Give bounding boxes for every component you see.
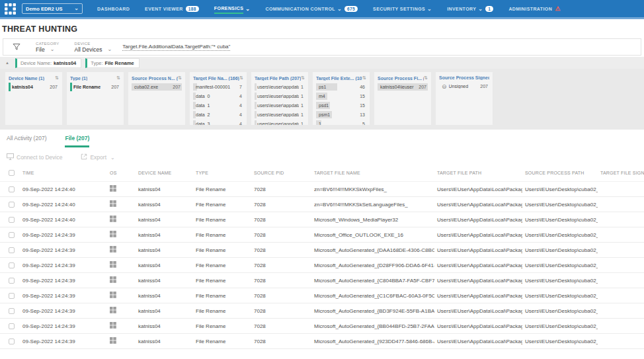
facet-value[interactable]: data_14 xyxy=(193,101,243,110)
monitor-icon xyxy=(7,153,14,161)
column-header-target-file-name[interactable]: TARGET FILE NAME xyxy=(311,168,434,182)
facet-value[interactable]: cuba02.exe207 xyxy=(132,83,182,91)
row-checkbox[interactable] xyxy=(9,217,15,223)
app-logo-icon[interactable] xyxy=(5,3,16,15)
column-header-type[interactable]: TYPE xyxy=(193,168,251,182)
facet-value[interactable]: katniss04207 xyxy=(9,83,59,91)
table-row[interactable]: 09-Sep-2022 14:24:40katniss04File Rename… xyxy=(0,197,644,212)
category-dropdown[interactable]: CATEGORY File ⌄ xyxy=(36,42,60,53)
column-header-target-file-signed[interactable]: TARGET FILE SIGNED xyxy=(598,168,644,182)
search-query[interactable]: Target.File.AdditionalData.TargetPath:"*… xyxy=(122,44,230,51)
sort-icon[interactable]: ⇅ xyxy=(55,75,59,81)
table-row[interactable]: 09-Sep-2022 14:24:39katniss04File Rename… xyxy=(0,288,644,303)
device-dropdown[interactable]: DEVICE All Devices ⌄ xyxy=(75,42,112,53)
alert-icon: ⚠ xyxy=(555,5,560,12)
row-checkbox[interactable] xyxy=(9,293,15,299)
facet-value-name: users\ieuser\appdata\... xyxy=(257,94,299,99)
facet-header: Source Process Fi... (1)⇅ xyxy=(378,75,428,81)
facet-value[interactable]: File Rename207 xyxy=(70,83,120,91)
sort-icon[interactable]: ⇅ xyxy=(116,75,120,81)
facet-value[interactable]: users\ieuser\appdata\...1 xyxy=(255,83,305,91)
facet-value[interactable]: data_34 xyxy=(193,120,243,125)
cell-target-file-name: Microsoft_AutoGenerated_{C804BBA7-FA5F-C… xyxy=(311,273,434,288)
row-checkbox[interactable] xyxy=(9,247,15,253)
facet-value[interactable]: data_04 xyxy=(193,92,243,100)
nav-item-inventory[interactable]: INVENTORY⌄1 xyxy=(447,0,493,17)
facet-value-count: 1 xyxy=(301,94,303,99)
nav-item-administration[interactable]: ADMINISTRATION⚠ xyxy=(508,0,560,17)
row-checkbox[interactable] xyxy=(9,186,15,192)
sort-icon[interactable]: ⇅ xyxy=(301,75,305,81)
table-row[interactable]: 09-Sep-2022 14:24:39katniss04File Rename… xyxy=(0,303,644,319)
table-row[interactable]: 09-Sep-2022 14:24:39katniss04File Rename… xyxy=(0,243,644,258)
table-row[interactable]: 09-Sep-2022 14:24:39katniss04File Rename… xyxy=(0,319,644,334)
cell-target-file-signed xyxy=(598,182,644,197)
table-row[interactable]: 09-Sep-2022 14:24:40katniss04File Rename… xyxy=(0,182,644,197)
row-checkbox[interactable] xyxy=(9,278,15,284)
nav-item-event-viewer[interactable]: EVENT VIEWER188 xyxy=(145,0,199,17)
facet-value[interactable]: data_24 xyxy=(193,110,243,119)
cell-time: 09-Sep-2022 14:24:39 xyxy=(20,258,107,273)
facet-value[interactable]: users\ieuser\appdata\...1 xyxy=(255,120,305,125)
facet-value[interactable]: users\ieuser\appdata\...1 xyxy=(255,101,305,110)
column-header-source-pid[interactable]: SOURCE PID xyxy=(251,168,311,182)
nav-item-security-settings[interactable]: SECURITY SETTINGS⌄ xyxy=(373,0,432,17)
facet-value-count: 207 xyxy=(419,85,426,89)
select-all-checkbox[interactable] xyxy=(9,170,15,176)
table-row[interactable]: 09-Sep-2022 14:24:40katniss04File Rename… xyxy=(0,212,644,227)
filter-chip-value: File Rename xyxy=(105,60,134,66)
facet-value[interactable]: ps146 xyxy=(316,83,366,91)
nav-item-forensics[interactable]: FORENSICS⌄ xyxy=(214,0,251,17)
connect-to-device-button[interactable]: Connect to Device xyxy=(7,153,62,161)
facet-value[interactable]: psd115 xyxy=(316,101,366,110)
windows-os-icon xyxy=(110,231,116,237)
filter-chip-device-name[interactable]: Device Name:katniss04 xyxy=(15,58,81,68)
nav-item-communication-control[interactable]: COMMUNICATION CONTROL⌄675 xyxy=(265,0,358,17)
chevron-down-icon: ⌄ xyxy=(337,7,342,11)
facet-value[interactable]: manifest-0000017 xyxy=(193,83,243,91)
windows-os-icon xyxy=(110,322,116,329)
facet-value[interactable]: users\ieuser\appdata\...1 xyxy=(255,92,305,100)
column-header-target-file-path[interactable]: TARGET FILE PATH xyxy=(434,168,522,182)
table-row[interactable]: 09-Sep-2022 14:24:39katniss04File Rename… xyxy=(0,334,644,349)
column-header-source-process-path[interactable]: SOURCE PROCESS PATH xyxy=(522,168,598,182)
row-checkbox[interactable] xyxy=(9,202,15,208)
facet-value[interactable]: ⊖Unsigned207 xyxy=(439,82,489,91)
collapse-facets-icon[interactable]: ▲ xyxy=(5,61,9,65)
row-checkbox[interactable] xyxy=(9,262,15,268)
facet-value[interactable]: 15 xyxy=(316,120,366,125)
sort-icon[interactable]: ⇅ xyxy=(424,75,428,81)
facet-panel-target-file-na-166: Target File Na... (166)⇅manifest-0000017… xyxy=(190,72,247,125)
cell-target-file-signed xyxy=(598,273,644,288)
cell-os xyxy=(107,243,136,258)
table-row[interactable]: 09-Sep-2022 14:24:39katniss04File Rename… xyxy=(0,273,644,288)
facet-value-count: 4 xyxy=(239,122,242,125)
facet-value[interactable]: psm113 xyxy=(316,110,366,119)
facet-value[interactable]: users\ieuser\appdata\...1 xyxy=(255,110,305,119)
cell-select xyxy=(0,319,20,334)
facet-value[interactable]: katniss04\ieuser207 xyxy=(378,83,428,91)
row-checkbox[interactable] xyxy=(9,339,15,344)
sort-icon[interactable]: ⇅ xyxy=(362,75,366,81)
facet-value[interactable]: m415 xyxy=(316,92,366,100)
nav-item-dashboard[interactable]: DASHBOARD xyxy=(97,0,130,17)
cell-source-pid: 7028 xyxy=(251,258,311,273)
column-header-device-name[interactable]: DEVICE NAME xyxy=(136,168,193,182)
cell-os xyxy=(107,212,136,227)
tenant-select[interactable]: Demo EDR2 US ⌄ xyxy=(22,3,83,14)
column-header-time[interactable]: TIME xyxy=(20,168,107,182)
row-checkbox[interactable] xyxy=(9,323,15,329)
export-button[interactable]: Export ⌄ xyxy=(81,153,114,161)
filter-chip-type[interactable]: Type:File Rename xyxy=(85,58,140,68)
tab-file[interactable]: File (207) xyxy=(65,135,89,147)
sort-icon[interactable]: ⇅ xyxy=(178,75,182,81)
filter-funnel-icon[interactable] xyxy=(13,43,20,51)
table-row[interactable]: 09-Sep-2022 14:24:39katniss04File Rename… xyxy=(0,227,644,243)
column-header-os[interactable]: OS xyxy=(107,168,136,182)
table-row[interactable]: 09-Sep-2022 14:24:39katniss04File Rename… xyxy=(0,258,644,273)
row-checkbox[interactable] xyxy=(9,308,15,314)
sort-icon[interactable]: ⇅ xyxy=(239,75,243,81)
tab-all-activity[interactable]: All Activity (207) xyxy=(7,135,46,147)
row-checkbox[interactable] xyxy=(9,232,15,238)
facet-title: Type (1) xyxy=(70,76,87,81)
